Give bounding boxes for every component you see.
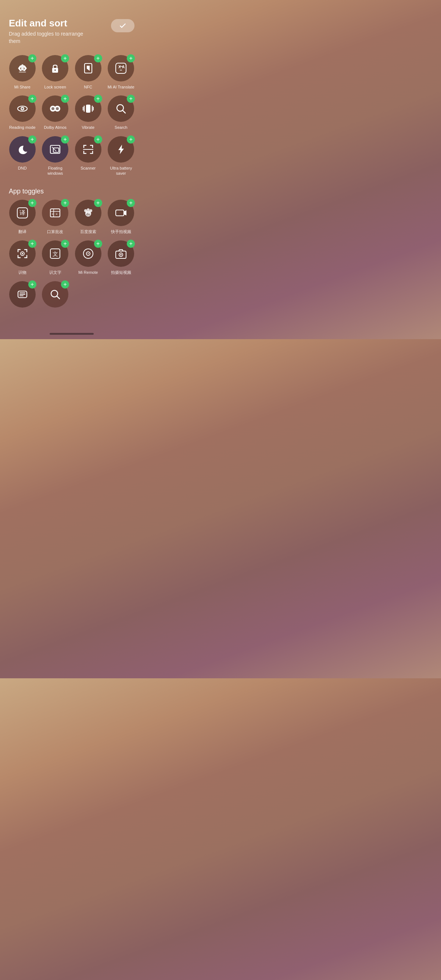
toggle-mi-ai-translate[interactable]: + X A Mi AI Translate: [106, 55, 136, 89]
add-badge-translate-app[interactable]: +: [28, 199, 37, 207]
page-subtitle: Drag added toggles to rearrange them: [9, 30, 89, 45]
main-toggles-section: + ❮❯ Mi: [0, 52, 143, 176]
vibrate-circle: +: [75, 95, 101, 122]
vibrate-icon: [82, 102, 94, 115]
add-badge-shiwu[interactable]: +: [28, 240, 37, 248]
app-toggles-section: App toggles + 译 翻译 +: [0, 179, 143, 310]
toggle-mi-remote[interactable]: + Mi Remote: [73, 240, 103, 275]
toggle-dolby-atmos[interactable]: + Dolby Atmos: [40, 95, 70, 130]
toggle-shiwu[interactable]: + 识物: [7, 240, 37, 275]
toggle-ultra-battery[interactable]: + Ultra battery saver: [106, 136, 136, 176]
floating-label: Floating windows: [40, 165, 70, 176]
mi-remote-circle: +: [75, 240, 101, 267]
lock-screen-circle: +: [42, 55, 68, 81]
dnd-label: DND: [18, 165, 27, 171]
toggle-translate-app[interactable]: + 译 翻译: [7, 200, 37, 235]
floating-circle: +: [42, 136, 68, 162]
toggle-math-app[interactable]: + ≡ ≡ 口算批改: [40, 200, 70, 235]
svg-point-39: [88, 253, 89, 255]
svg-text:A: A: [122, 65, 125, 69]
toggle-scanner[interactable]: + Scanner: [73, 136, 103, 176]
svg-point-2: [54, 69, 56, 71]
photo-video-circle: +: [108, 240, 134, 267]
assistant-circle: +: [9, 281, 36, 307]
toggle-baidu[interactable]: + du 百度搜索: [73, 200, 103, 235]
add-badge-kuaishou[interactable]: +: [127, 199, 135, 207]
add-badge-nfc[interactable]: +: [94, 54, 102, 62]
reading-mode-circle: +: [9, 95, 36, 122]
svg-text:du: du: [86, 213, 90, 216]
done-button[interactable]: [111, 19, 134, 32]
svg-text:≡: ≡: [56, 213, 58, 216]
add-badge-translate[interactable]: +: [127, 54, 135, 62]
toggle-search[interactable]: + Search: [106, 95, 136, 130]
kuaishou-label: 快手拍视频: [111, 229, 131, 235]
scan-obj-icon: [16, 247, 29, 260]
lock-icon: [49, 62, 61, 74]
mi-share-circle: + ❮❯: [9, 55, 36, 81]
add-badge-assistant[interactable]: +: [28, 280, 37, 288]
nfc-label: NFC: [84, 84, 92, 89]
toggle-nfc[interactable]: + NFC: [73, 55, 103, 89]
scanner-label: Scanner: [80, 165, 96, 171]
math-label: 口算批改: [47, 229, 63, 235]
add-badge-mi-remote[interactable]: +: [94, 240, 102, 248]
toggle-kuaishou[interactable]: + 快手拍视频: [106, 200, 136, 235]
toggle-vibrate[interactable]: + Vibrate: [73, 95, 103, 130]
svg-rect-18: [53, 148, 59, 152]
ultra-battery-circle: +: [108, 136, 134, 162]
scan-text-icon: 文: [48, 247, 62, 260]
photo-video-label: 拍摄短视频: [111, 270, 131, 275]
search-label: Search: [115, 125, 128, 130]
toggle-shiwen[interactable]: + 文 识文字: [40, 240, 70, 275]
assistant-icon: [16, 288, 29, 301]
eye-icon: [16, 102, 29, 115]
add-badge-search2[interactable]: +: [61, 280, 69, 288]
search2-icon: [49, 288, 61, 301]
toggle-photo-video[interactable]: + 拍摄短视频: [106, 240, 136, 275]
add-badge-lock[interactable]: +: [61, 54, 69, 62]
add-badge-dnd[interactable]: +: [28, 135, 37, 143]
dolby-icon: [49, 102, 61, 115]
toggle-assistant[interactable]: +: [7, 281, 37, 310]
add-badge-math[interactable]: +: [61, 199, 69, 207]
floating-icon: [49, 143, 61, 156]
nfc-circle: +: [75, 55, 101, 81]
toggle-dnd[interactable]: + DND: [7, 136, 37, 176]
bolt-icon: [115, 143, 127, 156]
search-icon: [115, 102, 127, 115]
header: Edit and sort Drag added toggles to rear…: [0, 0, 143, 52]
svg-point-28: [84, 209, 87, 212]
add-badge-scanner[interactable]: +: [94, 135, 102, 143]
dnd-circle: +: [9, 136, 36, 162]
main-toggles-grid: + ❮❯ Mi: [7, 55, 136, 176]
moon-icon: [16, 143, 29, 156]
add-badge-vibrate[interactable]: +: [94, 95, 102, 103]
math-icon: ≡ ≡: [48, 206, 62, 220]
toggle-lock-screen[interactable]: + Lock screen: [40, 55, 70, 89]
add-badge-baidu[interactable]: +: [94, 199, 102, 207]
toggle-mi-share[interactable]: + ❮❯ Mi: [7, 55, 37, 89]
add-badge-dolby[interactable]: +: [61, 95, 69, 103]
toggle-reading-mode[interactable]: + Reading mode: [7, 95, 37, 130]
app-toggles-grid: + 译 翻译 + ≡ ≡: [7, 200, 136, 310]
scanner-circle: +: [75, 136, 101, 162]
baidu-icon: du: [81, 206, 95, 220]
mi-share-icon: [16, 62, 28, 74]
toggle-search2[interactable]: +: [40, 281, 70, 310]
svg-point-9: [21, 108, 23, 110]
add-badge-battery[interactable]: +: [127, 135, 135, 143]
kuaishou-circle: +: [108, 200, 134, 226]
add-badge-search[interactable]: +: [127, 95, 135, 103]
home-indicator: [50, 333, 94, 335]
add-badge-mi-share[interactable]: +: [28, 54, 37, 62]
toggle-floating-windows[interactable]: + Floating windows: [40, 136, 70, 176]
add-badge-shiwen[interactable]: +: [61, 240, 69, 248]
shiwen-circle: + 文: [42, 240, 68, 267]
add-badge-reading[interactable]: +: [28, 95, 37, 103]
dolby-label: Dolby Atmos: [44, 125, 67, 130]
svg-line-48: [57, 296, 60, 299]
scanner-icon: [82, 143, 94, 156]
add-badge-floating[interactable]: +: [61, 135, 69, 143]
add-badge-photo-video[interactable]: +: [127, 240, 135, 248]
